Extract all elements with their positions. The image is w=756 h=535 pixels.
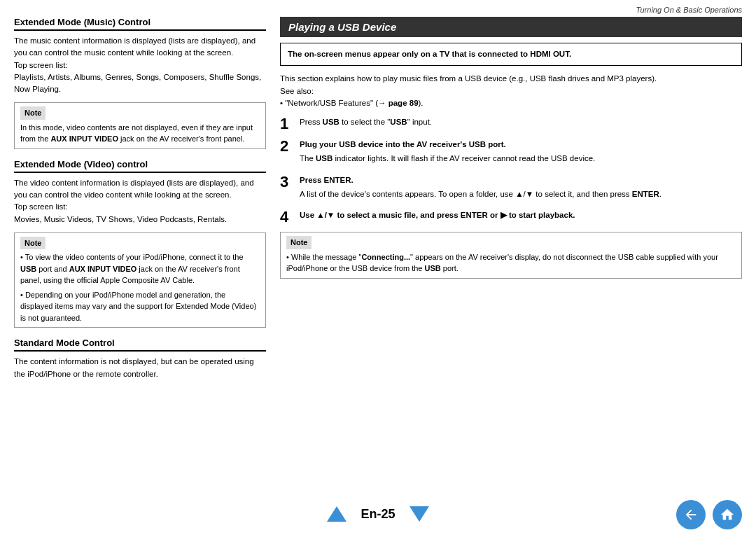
page-footer: En-25 xyxy=(0,493,756,535)
nav-up-arrow[interactable] xyxy=(327,506,346,522)
back-button[interactable] xyxy=(676,500,706,529)
hdmi-notice: The on-screen menus appear only on a TV … xyxy=(280,43,742,66)
step-4: 4 Use ▲/▼ to select a music file, and pr… xyxy=(280,209,742,225)
nav-down-arrow[interactable] xyxy=(410,506,429,522)
step-2-number: 2 xyxy=(280,139,294,167)
right-column: Playing a USB Device The on-screen menus… xyxy=(280,17,742,390)
standard-mode-section: Standard Mode Control The content inform… xyxy=(14,338,266,380)
step-3-content: Press ENTER. A list of the device's cont… xyxy=(300,174,742,203)
left-column: Extended Mode (Music) Control The music … xyxy=(14,17,266,390)
step-4-main: Use ▲/▼ to select a music file, and pres… xyxy=(300,209,742,221)
steps-list: 1 Press USB to select the "USB" input. 2… xyxy=(280,116,742,225)
step-3-sub: A list of the device's contents appears.… xyxy=(300,188,742,200)
extended-video-body: The video content information is display… xyxy=(14,177,266,225)
extended-video-note-bullet1: • To view the video contents of your iPo… xyxy=(20,251,260,286)
extended-video-note: Note • To view the video contents of you… xyxy=(14,232,266,328)
extended-video-title: Extended Mode (Video) control xyxy=(14,159,266,173)
step-1-content: Press USB to select the "USB" input. xyxy=(300,116,742,132)
extended-music-note: Note In this mode, video contents are no… xyxy=(14,102,266,149)
extended-music-note-text: In this mode, video contents are not dis… xyxy=(20,122,260,145)
standard-mode-body: The content information is not displayed… xyxy=(14,356,266,380)
extended-music-title: Extended Mode (Music) Control xyxy=(14,17,266,31)
step-3-main: Press ENTER. xyxy=(300,174,742,186)
usb-device-title: Playing a USB Device xyxy=(280,17,742,37)
footer-right-buttons xyxy=(676,500,742,529)
usb-note-text: • While the message "Connecting..." appe… xyxy=(286,251,736,275)
step-2-content: Plug your USB device into the AV receive… xyxy=(300,139,742,167)
step-3-number: 3 xyxy=(280,174,294,203)
back-icon xyxy=(683,507,699,522)
step-2: 2 Plug your USB device into the AV recei… xyxy=(280,139,742,167)
extended-video-section: Extended Mode (Video) control The video … xyxy=(14,159,266,328)
page-header: Turning On & Basic Operations xyxy=(0,0,756,17)
page-navigation: En-25 xyxy=(327,506,428,522)
step-2-main: Plug your USB device into the AV receive… xyxy=(300,139,742,151)
step-1-number: 1 xyxy=(280,116,294,132)
step-4-content: Use ▲/▼ to select a music file, and pres… xyxy=(300,209,742,225)
step-2-sub: The USB indicator lights. It will flash … xyxy=(300,153,742,165)
header-title: Turning On & Basic Operations xyxy=(636,6,742,14)
standard-mode-title: Standard Mode Control xyxy=(14,338,266,352)
extended-music-body: The music content information is display… xyxy=(14,35,266,95)
page-number: En-25 xyxy=(360,507,395,522)
extended-video-note-bullet2: • Depending on your iPod/iPhone model an… xyxy=(20,289,260,324)
step-4-number: 4 xyxy=(280,209,294,225)
usb-intro: This section explains how to play music … xyxy=(280,73,742,109)
step-1-main: Press USB to select the "USB" input. xyxy=(300,116,742,128)
home-icon xyxy=(720,507,735,522)
step-3: 3 Press ENTER. A list of the device's co… xyxy=(280,174,742,203)
extended-music-section: Extended Mode (Music) Control The music … xyxy=(14,17,266,149)
home-button[interactable] xyxy=(713,500,742,529)
step-1: 1 Press USB to select the "USB" input. xyxy=(280,116,742,132)
see-also-label: See also: xyxy=(280,85,742,97)
see-also-text: • "Network/USB Features" (→ page 89). xyxy=(280,97,742,109)
usb-note: Note • While the message "Connecting..."… xyxy=(280,232,742,279)
